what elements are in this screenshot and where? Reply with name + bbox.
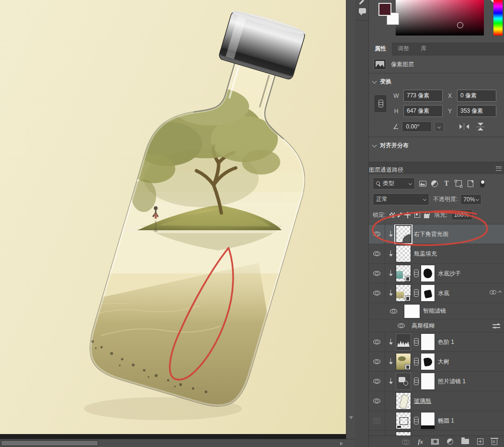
tab-adjustments[interactable]: 调整 (392, 42, 415, 56)
smart-filters-row[interactable]: 智能滤镜 (369, 303, 504, 319)
visibility-toggle[interactable] (369, 411, 385, 430)
foreground-color-swatch[interactable] (378, 3, 391, 16)
blend-mode-select[interactable]: 正常 (373, 193, 429, 205)
new-group-button[interactable] (461, 439, 469, 444)
layer-thumbnail[interactable] (396, 353, 411, 370)
opacity-input[interactable]: 70% (460, 194, 481, 205)
tab-paths[interactable]: 路径 (392, 166, 403, 174)
layer-name[interactable]: 水底沙子 (438, 270, 461, 278)
filter-smart-object-button[interactable] (466, 180, 475, 188)
angle-dropdown-button[interactable] (435, 122, 444, 132)
layer-thumbnail[interactable] (396, 284, 411, 302)
layer-row[interactable]: 照片滤镜 1 (369, 372, 504, 391)
pen-tool-icon[interactable] (359, 0, 366, 4)
shape-layer-thumbnail[interactable] (396, 412, 411, 429)
filter-adjustment-layers-button[interactable] (430, 180, 439, 188)
layer-name[interactable]: 照片滤镜 1 (438, 377, 466, 386)
gaussian-blur-row[interactable]: 高斯模糊 (369, 319, 504, 332)
layer-row[interactable]: 大树 (369, 352, 504, 372)
layer-row[interactable]: 椭圆 1 (369, 411, 504, 431)
filter-name[interactable]: 高斯模糊 (412, 322, 435, 330)
layer-name[interactable]: 水底 (438, 289, 449, 297)
layer-name[interactable]: 大树 (438, 358, 449, 366)
flip-vertical-button[interactable] (477, 123, 484, 130)
scroll-right-arrow-icon[interactable] (340, 442, 343, 446)
height-input[interactable]: 647 像素 (403, 105, 443, 117)
horizontal-scrollbar[interactable] (0, 439, 355, 447)
tab-libraries[interactable]: 库 (415, 42, 432, 56)
filter-toggle-button[interactable] (478, 180, 487, 188)
visibility-toggle[interactable] (369, 332, 385, 352)
filter-type-layers-button[interactable]: T (442, 180, 451, 188)
photo-filter-icon[interactable] (396, 373, 411, 390)
layer-row[interactable]: 瓶盖填充 (369, 244, 504, 264)
filter-options-icon[interactable] (493, 324, 500, 328)
smart-filter-mask-thumbnail[interactable] (404, 304, 420, 318)
tab-properties[interactable]: 属性 (369, 42, 392, 56)
layer-style-button[interactable]: fx (418, 438, 423, 446)
angle-input[interactable]: 0.00° (402, 121, 432, 132)
align-section-header[interactable]: 对齐并分布 (369, 137, 504, 153)
eye-icon[interactable] (398, 323, 405, 328)
layer-mask-thumbnail[interactable] (421, 373, 435, 390)
layer-thumbnail[interactable] (396, 245, 411, 262)
horizontal-scroll-thumb[interactable] (1, 440, 98, 446)
visibility-toggle[interactable] (369, 224, 385, 244)
layer-mask-thumbnail[interactable] (421, 353, 435, 370)
visibility-toggle[interactable] (369, 352, 385, 371)
adjustment-layer-button[interactable] (447, 438, 453, 445)
smart-filter-toggle-icon[interactable] (490, 289, 501, 296)
add-mask-button[interactable] (431, 439, 439, 445)
tab-channels[interactable]: 通道 (380, 166, 392, 174)
filter-shape-layers-button[interactable] (454, 180, 463, 188)
layer-name[interactable]: 椭圆 1 (438, 417, 454, 425)
hue-slider-marker[interactable] (491, 0, 493, 3)
layer-row[interactable]: 水底 (369, 283, 504, 303)
visibility-toggle[interactable] (369, 244, 385, 263)
lock-image-pixels-icon[interactable] (397, 212, 402, 218)
layer-mask-thumbnail[interactable] (421, 412, 435, 429)
layer-row[interactable]: 色阶 1 (369, 332, 504, 352)
layer-thumbnail[interactable] (396, 225, 411, 243)
layer-row[interactable]: 右下角背光面 (369, 224, 504, 244)
comment-panel-icon[interactable] (359, 8, 366, 13)
layer-name[interactable]: 瓶盖填充 (414, 250, 437, 258)
layer-name[interactable]: 右下角背光面 (414, 230, 448, 238)
layer-name[interactable]: 玻璃瓶 (414, 397, 431, 405)
lock-artboard-icon[interactable] (414, 212, 420, 218)
hue-slider[interactable] (493, 0, 503, 35)
layer-thumbnail[interactable] (396, 392, 411, 410)
filter-type-select[interactable]: 类型 (373, 177, 415, 189)
link-layers-button[interactable] (402, 440, 410, 444)
layer-mask-thumbnail[interactable] (421, 284, 435, 302)
visibility-toggle[interactable] (369, 283, 385, 303)
panel-menu-icon[interactable] (496, 166, 502, 171)
levels-adjustment-icon[interactable] (396, 333, 411, 351)
color-field[interactable] (396, 0, 484, 35)
layer-row[interactable]: 玻璃瓶 (369, 391, 504, 411)
lock-all-icon[interactable] (424, 214, 429, 218)
layer-mask-thumbnail[interactable] (421, 265, 435, 282)
filter-pixel-layers-button[interactable] (418, 180, 427, 188)
vertical-scrollbar[interactable] (346, 0, 355, 439)
layer-name[interactable]: 色阶 1 (438, 338, 454, 346)
layer-thumbnail[interactable] (396, 265, 411, 282)
canvas-viewport[interactable] (0, 0, 346, 434)
scroll-down-arrow-icon[interactable] (349, 416, 353, 419)
eye-icon[interactable] (390, 309, 397, 314)
lock-transparent-pixels-icon[interactable] (389, 212, 395, 218)
link-dimensions-button[interactable] (375, 95, 386, 112)
color-field-cursor[interactable] (457, 22, 463, 28)
visibility-toggle[interactable] (369, 391, 385, 411)
smart-filters-label[interactable]: 智能滤镜 (423, 307, 446, 315)
fill-input[interactable]: 100% (451, 210, 472, 220)
visibility-toggle[interactable] (369, 264, 385, 283)
flip-horizontal-button[interactable] (459, 123, 469, 130)
transform-section-header[interactable]: 变换 (369, 73, 504, 89)
x-input[interactable]: 0 像素 (457, 90, 496, 102)
delete-layer-button[interactable] (492, 438, 497, 445)
lock-position-icon[interactable] (404, 212, 411, 218)
layer-row[interactable]: 水底沙子 (369, 264, 504, 283)
width-input[interactable]: 773 像素 (403, 90, 443, 102)
tab-layers[interactable]: 图层 (369, 166, 380, 174)
